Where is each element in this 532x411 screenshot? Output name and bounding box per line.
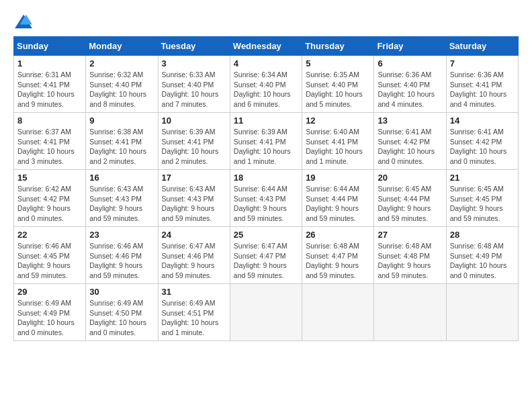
day-number: 12 xyxy=(306,116,370,126)
sunrise-label: Sunrise: 6:45 AM xyxy=(378,185,431,193)
calendar-cell: 1 Sunrise: 6:31 AM Sunset: 4:41 PM Dayli… xyxy=(14,56,86,113)
calendar-cell: 24 Sunrise: 6:47 AM Sunset: 4:46 PM Dayl… xyxy=(158,227,230,284)
calendar-cell: 20 Sunrise: 6:45 AM Sunset: 4:44 PM Dayl… xyxy=(374,170,446,227)
calendar-cell: 10 Sunrise: 6:39 AM Sunset: 4:41 PM Dayl… xyxy=(158,113,230,170)
day-info: Sunrise: 6:43 AM Sunset: 4:43 PM Dayligh… xyxy=(162,184,226,224)
sunrise-label: Sunrise: 6:38 AM xyxy=(89,128,143,136)
sunset-label: Sunset: 4:40 PM xyxy=(162,81,214,89)
calendar-cell: 14 Sunrise: 6:41 AM Sunset: 4:42 PM Dayl… xyxy=(446,113,518,170)
sunrise-label: Sunrise: 6:35 AM xyxy=(306,71,359,79)
calendar-table: SundayMondayTuesdayWednesdayThursdayFrid… xyxy=(13,36,519,341)
day-info: Sunrise: 6:45 AM Sunset: 4:44 PM Dayligh… xyxy=(378,184,442,224)
sunset-label: Sunset: 4:41 PM xyxy=(450,81,502,89)
day-info: Sunrise: 6:33 AM Sunset: 4:40 PM Dayligh… xyxy=(162,70,226,109)
day-info: Sunrise: 6:47 AM Sunset: 4:46 PM Dayligh… xyxy=(162,241,226,281)
day-number: 10 xyxy=(162,116,226,126)
sunset-label: Sunset: 4:47 PM xyxy=(306,252,358,260)
calendar-cell: 23 Sunrise: 6:46 AM Sunset: 4:46 PM Dayl… xyxy=(86,227,158,284)
calendar-cell: 12 Sunrise: 6:40 AM Sunset: 4:41 PM Dayl… xyxy=(302,113,374,170)
day-info: Sunrise: 6:31 AM Sunset: 4:41 PM Dayligh… xyxy=(17,70,82,109)
day-number: 8 xyxy=(17,116,82,126)
sunrise-label: Sunrise: 6:31 AM xyxy=(17,71,71,79)
sunset-label: Sunset: 4:43 PM xyxy=(234,195,286,203)
sunset-label: Sunset: 4:41 PM xyxy=(89,138,142,146)
sunrise-label: Sunrise: 6:40 AM xyxy=(306,128,359,136)
day-number: 17 xyxy=(162,173,226,183)
daylight-label: Daylight: 9 hours and 59 minutes. xyxy=(378,261,431,279)
day-info: Sunrise: 6:48 AM Sunset: 4:48 PM Dayligh… xyxy=(378,241,442,281)
day-number: 14 xyxy=(450,116,515,126)
sunrise-label: Sunrise: 6:49 AM xyxy=(17,299,71,307)
day-info: Sunrise: 6:47 AM Sunset: 4:47 PM Dayligh… xyxy=(234,241,298,281)
day-number: 31 xyxy=(162,287,226,297)
daylight-label: Daylight: 9 hours and 59 minutes. xyxy=(306,204,359,222)
daylight-label: Daylight: 10 hours and 0 minutes. xyxy=(450,261,507,279)
logo-icon xyxy=(13,13,34,30)
sunset-label: Sunset: 4:40 PM xyxy=(89,81,142,89)
day-info: Sunrise: 6:46 AM Sunset: 4:45 PM Dayligh… xyxy=(17,241,82,281)
daylight-label: Daylight: 9 hours and 59 minutes. xyxy=(89,261,142,279)
day-number: 22 xyxy=(17,230,82,240)
daylight-label: Daylight: 9 hours and 59 minutes. xyxy=(306,261,359,279)
day-number: 28 xyxy=(450,230,515,240)
day-number: 6 xyxy=(378,58,442,68)
sunrise-label: Sunrise: 6:36 AM xyxy=(378,71,431,79)
weekday-header-thursday: Thursday xyxy=(302,37,374,56)
day-number: 15 xyxy=(17,173,82,183)
day-info: Sunrise: 6:46 AM Sunset: 4:46 PM Dayligh… xyxy=(89,241,154,281)
day-number: 20 xyxy=(378,173,442,183)
day-info: Sunrise: 6:39 AM Sunset: 4:41 PM Dayligh… xyxy=(162,127,226,167)
weekday-header-saturday: Saturday xyxy=(446,37,518,56)
sunset-label: Sunset: 4:41 PM xyxy=(234,138,286,146)
daylight-label: Daylight: 9 hours and 59 minutes. xyxy=(162,204,215,222)
calendar-week-3: 15 Sunrise: 6:42 AM Sunset: 4:42 PM Dayl… xyxy=(14,170,519,227)
calendar-week-5: 29 Sunrise: 6:49 AM Sunset: 4:49 PM Dayl… xyxy=(14,284,519,341)
sunset-label: Sunset: 4:42 PM xyxy=(17,195,70,203)
calendar-cell: 5 Sunrise: 6:35 AM Sunset: 4:40 PM Dayli… xyxy=(302,56,374,113)
calendar-cell: 25 Sunrise: 6:47 AM Sunset: 4:47 PM Dayl… xyxy=(230,227,302,284)
calendar-week-2: 8 Sunrise: 6:37 AM Sunset: 4:41 PM Dayli… xyxy=(14,113,519,170)
day-number: 24 xyxy=(162,230,226,240)
sunset-label: Sunset: 4:40 PM xyxy=(306,81,358,89)
sunrise-label: Sunrise: 6:48 AM xyxy=(450,242,504,250)
calendar-cell: 6 Sunrise: 6:36 AM Sunset: 4:40 PM Dayli… xyxy=(374,56,446,113)
day-number: 13 xyxy=(378,116,442,126)
sunset-label: Sunset: 4:46 PM xyxy=(89,252,142,260)
sunrise-label: Sunrise: 6:39 AM xyxy=(162,128,216,136)
sunrise-label: Sunrise: 6:44 AM xyxy=(306,185,359,193)
calendar-cell: 9 Sunrise: 6:38 AM Sunset: 4:41 PM Dayli… xyxy=(86,113,158,170)
sunset-label: Sunset: 4:47 PM xyxy=(234,252,286,260)
sunrise-label: Sunrise: 6:32 AM xyxy=(89,71,143,79)
calendar-cell: 7 Sunrise: 6:36 AM Sunset: 4:41 PM Dayli… xyxy=(446,56,518,113)
daylight-label: Daylight: 10 hours and 2 minutes. xyxy=(162,147,219,165)
sunset-label: Sunset: 4:49 PM xyxy=(450,252,502,260)
sunrise-label: Sunrise: 6:34 AM xyxy=(234,71,287,79)
day-number: 4 xyxy=(234,58,298,68)
weekday-header-row: SundayMondayTuesdayWednesdayThursdayFrid… xyxy=(14,37,519,56)
daylight-label: Daylight: 10 hours and 8 minutes. xyxy=(89,90,146,108)
day-info: Sunrise: 6:43 AM Sunset: 4:43 PM Dayligh… xyxy=(89,184,154,224)
sunrise-label: Sunrise: 6:42 AM xyxy=(17,185,71,193)
day-info: Sunrise: 6:41 AM Sunset: 4:42 PM Dayligh… xyxy=(378,127,442,167)
day-info: Sunrise: 6:34 AM Sunset: 4:40 PM Dayligh… xyxy=(234,70,298,109)
day-number: 29 xyxy=(17,287,82,297)
sunrise-label: Sunrise: 6:46 AM xyxy=(17,242,71,250)
sunset-label: Sunset: 4:41 PM xyxy=(162,138,214,146)
day-info: Sunrise: 6:49 AM Sunset: 4:49 PM Dayligh… xyxy=(17,298,82,338)
sunset-label: Sunset: 4:46 PM xyxy=(162,252,214,260)
calendar-cell: 28 Sunrise: 6:48 AM Sunset: 4:49 PM Dayl… xyxy=(446,227,518,284)
calendar-week-1: 1 Sunrise: 6:31 AM Sunset: 4:41 PM Dayli… xyxy=(14,56,519,113)
sunrise-label: Sunrise: 6:33 AM xyxy=(162,71,216,79)
sunset-label: Sunset: 4:51 PM xyxy=(162,309,214,317)
daylight-label: Daylight: 10 hours and 6 minutes. xyxy=(234,90,291,108)
sunset-label: Sunset: 4:49 PM xyxy=(17,309,70,317)
sunset-label: Sunset: 4:48 PM xyxy=(378,252,430,260)
calendar-cell: 26 Sunrise: 6:48 AM Sunset: 4:47 PM Dayl… xyxy=(302,227,374,284)
day-info: Sunrise: 6:39 AM Sunset: 4:41 PM Dayligh… xyxy=(234,127,298,167)
calendar-cell: 15 Sunrise: 6:42 AM Sunset: 4:42 PM Dayl… xyxy=(14,170,86,227)
daylight-label: Daylight: 9 hours and 0 minutes. xyxy=(17,204,71,222)
calendar-week-4: 22 Sunrise: 6:46 AM Sunset: 4:45 PM Dayl… xyxy=(14,227,519,284)
day-number: 1 xyxy=(17,58,82,68)
day-number: 19 xyxy=(306,173,370,183)
sunset-label: Sunset: 4:45 PM xyxy=(450,195,502,203)
